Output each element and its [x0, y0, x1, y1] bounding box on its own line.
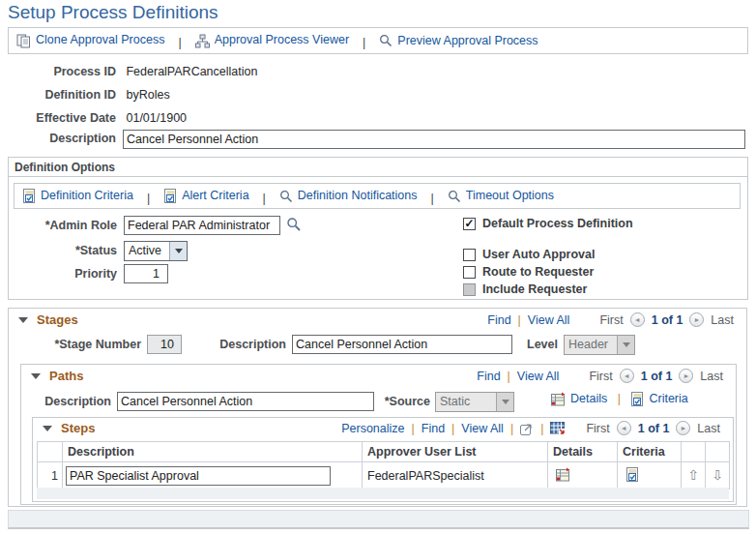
page-footer-bar: [8, 510, 749, 529]
status-label: *Status: [9, 244, 117, 257]
sitemap-icon: [195, 34, 210, 48]
paths-next-button[interactable]: [679, 369, 693, 383]
effective-date-value: 01/01/1900: [126, 111, 187, 125]
stages-prev-button[interactable]: [630, 312, 645, 327]
definition-id-value: byRoles: [126, 88, 169, 102]
stages-view-all-link[interactable]: View All: [528, 313, 570, 327]
definition-options-title: Definition Options: [9, 158, 747, 177]
paths-row-position: 1 of 1: [641, 370, 673, 383]
step-row-number: 1: [38, 462, 63, 490]
stages-collapse-triangle-icon[interactable]: [18, 317, 28, 323]
approval-process-viewer-link[interactable]: Approval Process Viewer: [195, 33, 349, 47]
paths-find-link[interactable]: Find: [477, 370, 500, 383]
clone-approval-process-link[interactable]: Clone Approval Process: [16, 33, 164, 47]
separator: [540, 422, 543, 435]
process-id-value: FederalPARCancellation: [126, 65, 257, 78]
separator: [412, 422, 415, 435]
effective-date-label: Effective Date: [0, 111, 116, 125]
steps-next-button[interactable]: [676, 421, 690, 435]
step-approver-user-list: FederalPARSpecialist: [363, 462, 548, 490]
user-auto-approval-checkbox-row: User Auto Approval: [463, 248, 595, 261]
move-step-up-icon[interactable]: [687, 468, 699, 482]
default-process-definition-checkbox[interactable]: [463, 218, 476, 230]
route-to-requester-checkbox[interactable]: [463, 266, 476, 279]
separator: [510, 422, 513, 435]
steps-grid-header-row: Description Approver User List Details C…: [38, 442, 730, 462]
clone-icon: [16, 34, 31, 48]
details-grid-icon: [551, 392, 566, 406]
status-row: *Status: [9, 244, 117, 261]
step-description-input[interactable]: [66, 466, 331, 486]
step-details-icon[interactable]: [556, 467, 570, 482]
paths-title: Paths: [49, 369, 83, 383]
separator: [451, 422, 454, 435]
separator: [508, 370, 510, 383]
stage-number-input: [147, 335, 182, 354]
stages-last-label: Last: [711, 313, 734, 327]
steps-view-all-link[interactable]: View All: [461, 422, 504, 435]
timeout-options-link[interactable]: Timeout Options: [448, 189, 554, 203]
stage-description-input[interactable]: [292, 335, 512, 354]
route-to-requester-checkbox-row: Route to Requester: [463, 265, 594, 279]
chevron-down-icon: [496, 393, 513, 411]
path-description-label: Description: [21, 395, 111, 408]
admin-role-input[interactable]: [124, 216, 280, 235]
separator: [363, 36, 365, 49]
stages-find-link[interactable]: Find: [487, 313, 510, 327]
page-title: Setup Process Definitions: [8, 2, 218, 23]
paths-collapse-triangle-icon[interactable]: [31, 373, 41, 379]
description-column-header: Description: [63, 442, 363, 462]
paths-view-all-link[interactable]: View All: [517, 370, 560, 383]
user-auto-approval-label: User Auto Approval: [482, 248, 595, 261]
paths-nav: Find View All First 1 of 1 Last: [477, 369, 728, 383]
source-select: Static: [435, 392, 514, 412]
magnifier-icon: [379, 34, 393, 47]
path-details-link[interactable]: Details: [551, 392, 607, 405]
stages-next-button[interactable]: [689, 312, 704, 327]
download-grid-icon[interactable]: [550, 422, 566, 435]
priority-input[interactable]: [124, 264, 168, 283]
row-number-column-header: [38, 442, 63, 462]
move-step-down-icon[interactable]: [712, 468, 723, 482]
details-column-header: Details: [548, 442, 618, 462]
separator: [518, 313, 521, 327]
description-label: Description: [0, 132, 116, 145]
separator: [147, 192, 150, 205]
preview-approval-process-link[interactable]: Preview Approval Process: [379, 34, 538, 48]
description-input[interactable]: [123, 130, 745, 149]
definition-options-box: Definition Options Definition Criteria A…: [8, 157, 748, 300]
stage-number-label: *Stage Number: [20, 338, 141, 351]
stage-description-label: Description: [217, 338, 286, 351]
definition-criteria-link[interactable]: Definition Criteria: [22, 189, 133, 203]
process-id-label: Process ID: [0, 65, 116, 78]
magnifier-icon: [448, 190, 461, 203]
admin-role-lookup-icon[interactable]: [286, 217, 302, 232]
status-select[interactable]: Active: [124, 241, 188, 261]
path-description-input[interactable]: [117, 392, 374, 411]
stages-section: Stages Find View All First 1 of 1 Last *…: [8, 308, 747, 507]
user-auto-approval-checkbox[interactable]: [463, 249, 476, 261]
stages-row-position: 1 of 1: [652, 313, 683, 327]
path-criteria-link[interactable]: Criteria: [630, 392, 687, 405]
level-selected-value: Header: [565, 336, 613, 354]
stages-first-label: First: [599, 313, 623, 327]
doc-check-icon: [163, 189, 177, 203]
personalize-link[interactable]: Personalize: [341, 422, 404, 435]
definition-notifications-link[interactable]: Definition Notifications: [279, 189, 418, 203]
stages-title: Stages: [37, 312, 78, 327]
steps-collapse-triangle-icon[interactable]: [43, 426, 52, 431]
default-process-definition-label: Default Process Definition: [482, 217, 633, 230]
process-id-row: Process ID FederalPARCancellation: [0, 65, 257, 82]
status-selected-value: Active: [125, 242, 166, 260]
separator: [263, 192, 266, 205]
steps-header: Steps Personalize Find View All First: [33, 418, 733, 435]
doc-check-icon: [630, 392, 644, 406]
zoom-grid-popup-icon[interactable]: [520, 422, 534, 435]
steps-prev-button[interactable]: [617, 421, 631, 435]
step-criteria-icon[interactable]: [625, 467, 639, 482]
step-row: 1 FederalPARSpecialist: [38, 462, 730, 490]
alert-criteria-link[interactable]: Alert Criteria: [163, 189, 248, 203]
steps-find-link[interactable]: Find: [422, 422, 445, 435]
definition-id-label: Definition ID: [0, 88, 116, 102]
paths-prev-button[interactable]: [620, 369, 634, 383]
